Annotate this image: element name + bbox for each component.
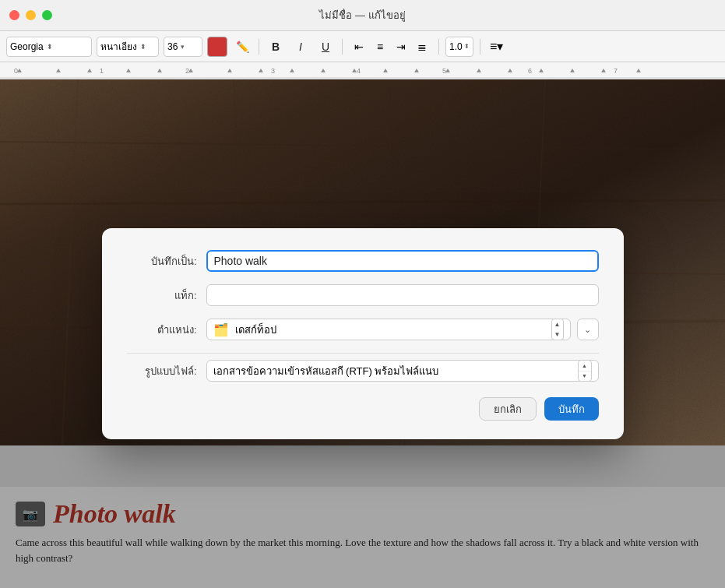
align-right-button[interactable]: ⇥ [391, 37, 411, 57]
svg-text:2: 2 [185, 67, 189, 75]
bold-button[interactable]: B [266, 37, 286, 57]
window-title: ไม่มีชื่อ — แก้ไขอยู่ [319, 7, 405, 23]
location-row: ตำแหน่ง: 🗂️ เดสก์ท็อป ▲ ▼ ⌄ [127, 319, 599, 340]
save-button[interactable]: บันทึก [544, 397, 599, 421]
font-style-selector[interactable]: หนาเอียง ⬍ [97, 37, 159, 57]
pencil-icon[interactable]: ✏️ [232, 37, 252, 57]
close-button[interactable] [9, 10, 19, 20]
chevron-down-icon: ⌄ [584, 325, 591, 335]
ruler: // rendered via JS below 0 1 2 3 4 5 6 7 [0, 62, 725, 79]
svg-text:4: 4 [357, 67, 361, 75]
underline-button[interactable]: U [315, 37, 336, 57]
tag-label: แท็ก: [127, 287, 197, 304]
filename-input[interactable] [206, 250, 599, 272]
svg-text:0: 0 [14, 67, 18, 75]
format-stepper-down-icon: ▼ [579, 371, 591, 382]
align-justify-button[interactable]: ≣ [412, 37, 432, 57]
svg-text:1: 1 [100, 67, 104, 75]
save-as-label: บันทึกเป็น: [127, 253, 197, 269]
color-button[interactable] [207, 37, 227, 57]
title-bar: ไม่มีชื่อ — แก้ไขอยู่ [0, 0, 725, 31]
line-height-stepper-icon: ⬍ [464, 43, 470, 50]
chevron-up-down-icon: ⬍ [47, 43, 53, 51]
minimize-button[interactable] [26, 10, 36, 20]
modal-overlay: บันทึกเป็น: แท็ก: ตำแหน่ง: 🗂️ เดสก์ท็อป [0, 79, 725, 588]
svg-text:5: 5 [442, 67, 446, 75]
tag-input[interactable] [206, 284, 599, 306]
svg-text:7: 7 [614, 67, 618, 75]
font-style-value: หนาเอียง [100, 39, 137, 54]
cancel-button[interactable]: ยกเลิก [479, 397, 537, 421]
format-value: เอกสารข้อความเข้ารหัสแอสกี (RTF) พร้อมไฟ… [213, 363, 439, 379]
font-family-value: Georgia [10, 41, 44, 52]
svg-text:3: 3 [271, 67, 275, 75]
location-value: เดสก์ท็อป [235, 322, 276, 338]
toolbar: Georgia ⬍ หนาเอียง ⬍ 36 ▾ ✏️ B I U ⇤ ≡ ⇥… [0, 31, 725, 62]
align-left-button[interactable]: ⇤ [349, 37, 369, 57]
tag-row: แท็ก: [127, 284, 599, 306]
format-stepper[interactable]: ▲ ▼ [578, 360, 592, 382]
toolbar-separator-4 [480, 39, 480, 55]
format-label: รูปแบบไฟล์: [127, 363, 197, 379]
italic-button[interactable]: I [290, 37, 311, 57]
font-family-selector[interactable]: Georgia ⬍ [6, 37, 92, 57]
font-size-selector[interactable]: 36 ▾ [164, 37, 202, 57]
font-size-value: 36 [167, 41, 178, 52]
location-select-row: 🗂️ เดสก์ท็อป ▲ ▼ ⌄ [206, 319, 599, 340]
folder-icon: 🗂️ [213, 322, 229, 337]
toolbar-separator-3 [438, 39, 439, 55]
toolbar-separator-1 [259, 39, 259, 55]
location-label: ตำแหน่ง: [127, 322, 197, 338]
toolbar-separator-2 [342, 39, 343, 55]
size-chevron-icon: ▾ [181, 43, 185, 51]
location-expand-button[interactable]: ⌄ [577, 319, 599, 340]
format-stepper-up-icon: ▲ [579, 361, 591, 371]
line-height-control[interactable]: 1.0 ⬍ [445, 37, 473, 57]
chevron-icon: ⬍ [140, 43, 146, 51]
align-center-button[interactable]: ≡ [370, 37, 390, 57]
content-area: 📷 Photo walk Came across this beautiful … [0, 79, 725, 588]
save-dialog: บันทึกเป็น: แท็ก: ตำแหน่ง: 🗂️ เดสก์ท็อป [102, 228, 624, 439]
maximize-button[interactable] [42, 10, 52, 20]
alignment-group: ⇤ ≡ ⇥ ≣ [349, 37, 432, 57]
svg-text:6: 6 [528, 67, 532, 75]
location-stepper[interactable]: ▲ ▼ [551, 319, 564, 340]
dialog-buttons: ยกเลิก บันทึก [127, 397, 599, 421]
format-row: รูปแบบไฟล์: เอกสารข้อความเข้ารหัสแอสกี (… [127, 353, 599, 382]
filename-row: บันทึกเป็น: [127, 250, 599, 272]
location-selector[interactable]: 🗂️ เดสก์ท็อป ▲ ▼ [206, 319, 571, 340]
window-controls [9, 10, 52, 20]
list-button[interactable]: ≡▾ [487, 37, 507, 57]
stepper-down-icon: ▼ [552, 329, 563, 340]
stepper-up-icon: ▲ [552, 319, 563, 329]
format-selector[interactable]: เอกสารข้อความเข้ารหัสแอสกี (RTF) พร้อมไฟ… [206, 360, 599, 382]
ruler-svg: // rendered via JS below 0 1 2 3 4 5 6 7 [0, 62, 725, 79]
line-height-value: 1.0 [449, 41, 463, 52]
